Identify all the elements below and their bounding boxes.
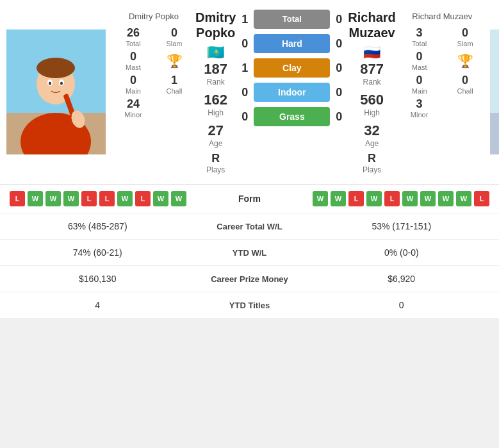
- player1-photo: [6, 29, 106, 154]
- form-badge-l: L: [99, 191, 115, 206]
- ytd-titles-row: 4 YTD Titles 0: [0, 292, 499, 318]
- player1-total-value: 26: [127, 26, 140, 40]
- form-row: LWWWLLWLWW Form WWLWLWWWWL: [0, 185, 499, 213]
- career-wl-label: Career Total W/L: [186, 222, 314, 231]
- form-badge-w: W: [438, 191, 454, 206]
- score-row-indoor: 0 Indoor 0: [236, 83, 348, 102]
- player2-mast-value: 0: [416, 50, 423, 63]
- player1-high-label: High: [204, 108, 227, 117]
- score-hard-right: 0: [330, 37, 348, 51]
- player2-stats: Richard Muzaev 3 Total 0 Slam 0 Mast 🏆: [396, 6, 489, 178]
- score-btn-clay[interactable]: Clay: [254, 58, 330, 78]
- ytd-titles-right: 0: [314, 300, 490, 310]
- player2-main-value: 0: [416, 74, 423, 87]
- score-clay-right: 0: [330, 62, 348, 75]
- player2-high-box: 560 High: [360, 92, 384, 117]
- player1-stats-grid: 26 Total 0 Slam 0 Mast 🏆 0 Main: [115, 26, 192, 119]
- ytd-wl-row: 74% (60-21) YTD W/L 0% (0-0): [0, 240, 499, 266]
- player1-slam-label: Slam: [166, 40, 182, 47]
- player2-plays-box: R Plays: [363, 152, 381, 174]
- player1-mast-label: Mast: [126, 63, 141, 71]
- score-total-right: 0: [330, 13, 348, 26]
- player2-total-cell: 3 Total: [399, 26, 440, 47]
- player1-mast-value: 0: [130, 50, 136, 63]
- player1-total-cell: 26 Total: [115, 26, 151, 47]
- form-badge-w: W: [117, 191, 133, 206]
- player2-chall-label: Chall: [457, 87, 473, 95]
- player1-minor-cell: 24 Minor: [115, 97, 151, 119]
- player1-chall-value: 1: [171, 74, 177, 87]
- player2-plays-label: Plays: [363, 165, 381, 174]
- player2-chall-cell: 0 Chall: [445, 74, 486, 95]
- career-wl-left: 63% (485-287): [10, 221, 186, 231]
- player1-photo-container: [0, 6, 112, 178]
- score-row-hard: 0 Hard 0: [236, 34, 348, 53]
- player2-minor-cell: 3 Minor: [399, 97, 440, 119]
- form-label: Form: [199, 194, 301, 204]
- score-btn-indoor[interactable]: Indoor: [254, 83, 330, 102]
- player2-middle: RichardMuzaev 🇷🇺 877 Rank 560 High 32 Ag…: [348, 6, 395, 178]
- career-prize-right: $6,920: [314, 274, 490, 284]
- score-row-clay: 1 Clay 0: [236, 58, 348, 78]
- player1-slam-value: 0: [171, 26, 177, 40]
- player2-rank-box: 877 Rank: [360, 61, 384, 87]
- player2-age-box: 32 Age: [364, 122, 379, 148]
- score-btn-hard[interactable]: Hard: [254, 34, 330, 53]
- player2-mast-cell: 0 Mast: [399, 50, 440, 71]
- player2-minor-label: Minor: [411, 111, 429, 119]
- form-badge-l: L: [348, 191, 364, 206]
- player1-main-value: 0: [130, 74, 136, 87]
- score-indoor-left: 0: [236, 86, 254, 99]
- form-right: WWLWLWWWWL: [301, 191, 490, 206]
- form-badge-w: W: [313, 191, 328, 206]
- player1-rank-label: Rank: [204, 78, 227, 87]
- player2-trophy-icon: 🏆: [457, 53, 473, 69]
- player2-slam-cell: 0 Slam: [445, 26, 486, 47]
- player2-plays-value: R: [363, 152, 381, 165]
- main-container: Dmitry Popko 26 Total 0 Slam 0 Mast 🏆: [0, 0, 499, 318]
- player1-rank-box: 187 Rank: [204, 61, 227, 87]
- player1-high-number: 162: [204, 92, 227, 108]
- ytd-wl-label: YTD W/L: [186, 248, 314, 258]
- form-badge-w: W: [402, 191, 418, 206]
- form-badge-w: W: [45, 191, 61, 206]
- player1-plays-label: Plays: [206, 165, 225, 174]
- career-wl-right: 53% (171-151): [314, 221, 490, 231]
- player1-age-number: 27: [208, 122, 223, 139]
- player1-trophy-cell: 🏆: [156, 50, 192, 71]
- player1-minor-label: Minor: [124, 111, 142, 119]
- player1-total-label: Total: [126, 40, 140, 47]
- player2-photo: [490, 29, 499, 154]
- player2-age-label: Age: [364, 139, 379, 148]
- player1-chall-label: Chall: [166, 87, 182, 95]
- career-prize-left: $160,130: [10, 274, 186, 284]
- svg-point-7: [49, 82, 51, 85]
- player2-high-label: High: [360, 108, 384, 117]
- score-grass-right: 0: [330, 110, 348, 124]
- score-btn-total[interactable]: Total: [254, 10, 330, 29]
- player2-main-label: Main: [412, 87, 427, 95]
- bottom-section: LWWWLLWLWW Form WWLWLWWWWL 63% (485-287)…: [0, 184, 499, 318]
- ytd-titles-label: YTD Titles: [186, 301, 314, 310]
- form-badge-w: W: [28, 191, 43, 206]
- player1-age-box: 27 Age: [208, 122, 223, 148]
- player1-rank-number: 187: [204, 61, 227, 78]
- player1-plays-value: R: [206, 152, 225, 165]
- career-prize-label: Career Prize Money: [186, 274, 314, 284]
- form-badge-w: W: [331, 191, 346, 206]
- player1-high-box: 162 High: [204, 92, 227, 117]
- form-badge-w: W: [63, 191, 79, 206]
- form-badge-w: W: [456, 191, 471, 206]
- ytd-wl-right: 0% (0-0): [314, 247, 490, 258]
- form-badge-w: W: [171, 191, 186, 206]
- score-btn-grass[interactable]: Grass: [254, 107, 330, 126]
- player1-name-label: Dmitry Popko: [129, 12, 179, 21]
- svg-point-4: [37, 58, 75, 78]
- score-hard-left: 0: [236, 37, 254, 51]
- player2-rank-label: Rank: [360, 78, 384, 87]
- player2-name: RichardMuzaev: [348, 10, 395, 40]
- player1-main-label: Main: [126, 87, 141, 95]
- player2-stats-grid: 3 Total 0 Slam 0 Mast 🏆 0 Main: [399, 26, 486, 119]
- player1-flag: 🇰🇿: [207, 44, 224, 61]
- form-badge-l: L: [135, 191, 151, 206]
